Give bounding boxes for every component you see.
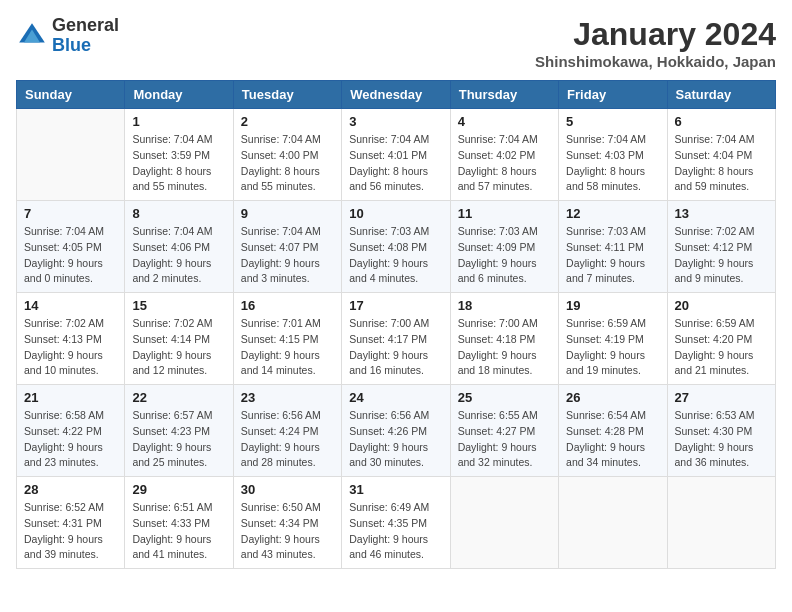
- day-number: 20: [675, 298, 768, 313]
- day-info: Sunrise: 7:04 AMSunset: 4:06 PMDaylight:…: [132, 224, 225, 287]
- day-info: Sunrise: 6:49 AMSunset: 4:35 PMDaylight:…: [349, 500, 442, 563]
- day-number: 31: [349, 482, 442, 497]
- weekday-header: Thursday: [450, 81, 558, 109]
- weekday-header: Saturday: [667, 81, 775, 109]
- day-info: Sunrise: 7:01 AMSunset: 4:15 PMDaylight:…: [241, 316, 334, 379]
- day-number: 21: [24, 390, 117, 405]
- calendar-cell: 24Sunrise: 6:56 AMSunset: 4:26 PMDayligh…: [342, 385, 450, 477]
- day-number: 16: [241, 298, 334, 313]
- day-number: 23: [241, 390, 334, 405]
- day-number: 22: [132, 390, 225, 405]
- calendar-cell: 28Sunrise: 6:52 AMSunset: 4:31 PMDayligh…: [17, 477, 125, 569]
- day-number: 25: [458, 390, 551, 405]
- day-info: Sunrise: 6:56 AMSunset: 4:26 PMDaylight:…: [349, 408, 442, 471]
- calendar-week-row: 1Sunrise: 7:04 AMSunset: 3:59 PMDaylight…: [17, 109, 776, 201]
- weekday-header: Monday: [125, 81, 233, 109]
- logo-text: General Blue: [52, 16, 119, 56]
- weekday-header: Sunday: [17, 81, 125, 109]
- calendar-cell: 12Sunrise: 7:03 AMSunset: 4:11 PMDayligh…: [559, 201, 667, 293]
- calendar-cell: 9Sunrise: 7:04 AMSunset: 4:07 PMDaylight…: [233, 201, 341, 293]
- day-info: Sunrise: 7:03 AMSunset: 4:08 PMDaylight:…: [349, 224, 442, 287]
- calendar-cell: 2Sunrise: 7:04 AMSunset: 4:00 PMDaylight…: [233, 109, 341, 201]
- calendar-cell: 13Sunrise: 7:02 AMSunset: 4:12 PMDayligh…: [667, 201, 775, 293]
- calendar-cell: 22Sunrise: 6:57 AMSunset: 4:23 PMDayligh…: [125, 385, 233, 477]
- calendar-cell: 11Sunrise: 7:03 AMSunset: 4:09 PMDayligh…: [450, 201, 558, 293]
- calendar-header-row: SundayMondayTuesdayWednesdayThursdayFrid…: [17, 81, 776, 109]
- day-number: 2: [241, 114, 334, 129]
- calendar-table: SundayMondayTuesdayWednesdayThursdayFrid…: [16, 80, 776, 569]
- day-number: 3: [349, 114, 442, 129]
- day-number: 14: [24, 298, 117, 313]
- day-info: Sunrise: 6:58 AMSunset: 4:22 PMDaylight:…: [24, 408, 117, 471]
- calendar-cell: 31Sunrise: 6:49 AMSunset: 4:35 PMDayligh…: [342, 477, 450, 569]
- day-number: 26: [566, 390, 659, 405]
- day-info: Sunrise: 7:04 AMSunset: 4:02 PMDaylight:…: [458, 132, 551, 195]
- day-number: 1: [132, 114, 225, 129]
- day-info: Sunrise: 6:59 AMSunset: 4:19 PMDaylight:…: [566, 316, 659, 379]
- day-info: Sunrise: 6:50 AMSunset: 4:34 PMDaylight:…: [241, 500, 334, 563]
- day-number: 24: [349, 390, 442, 405]
- calendar-cell: [667, 477, 775, 569]
- calendar-cell: [559, 477, 667, 569]
- calendar-cell: 1Sunrise: 7:04 AMSunset: 3:59 PMDaylight…: [125, 109, 233, 201]
- day-info: Sunrise: 7:00 AMSunset: 4:18 PMDaylight:…: [458, 316, 551, 379]
- day-number: 17: [349, 298, 442, 313]
- day-number: 19: [566, 298, 659, 313]
- calendar-cell: 18Sunrise: 7:00 AMSunset: 4:18 PMDayligh…: [450, 293, 558, 385]
- calendar-cell: 23Sunrise: 6:56 AMSunset: 4:24 PMDayligh…: [233, 385, 341, 477]
- calendar-cell: 19Sunrise: 6:59 AMSunset: 4:19 PMDayligh…: [559, 293, 667, 385]
- calendar-cell: 6Sunrise: 7:04 AMSunset: 4:04 PMDaylight…: [667, 109, 775, 201]
- calendar-cell: [450, 477, 558, 569]
- logo-icon: [16, 20, 48, 52]
- day-info: Sunrise: 6:54 AMSunset: 4:28 PMDaylight:…: [566, 408, 659, 471]
- calendar-cell: 17Sunrise: 7:00 AMSunset: 4:17 PMDayligh…: [342, 293, 450, 385]
- calendar-cell: 21Sunrise: 6:58 AMSunset: 4:22 PMDayligh…: [17, 385, 125, 477]
- calendar-cell: 26Sunrise: 6:54 AMSunset: 4:28 PMDayligh…: [559, 385, 667, 477]
- day-info: Sunrise: 7:03 AMSunset: 4:11 PMDaylight:…: [566, 224, 659, 287]
- calendar-cell: 4Sunrise: 7:04 AMSunset: 4:02 PMDaylight…: [450, 109, 558, 201]
- day-number: 8: [132, 206, 225, 221]
- calendar-cell: 15Sunrise: 7:02 AMSunset: 4:14 PMDayligh…: [125, 293, 233, 385]
- day-info: Sunrise: 7:00 AMSunset: 4:17 PMDaylight:…: [349, 316, 442, 379]
- day-info: Sunrise: 7:02 AMSunset: 4:14 PMDaylight:…: [132, 316, 225, 379]
- day-number: 5: [566, 114, 659, 129]
- calendar-week-row: 7Sunrise: 7:04 AMSunset: 4:05 PMDaylight…: [17, 201, 776, 293]
- title-section: January 2024 Shinshimokawa, Hokkaido, Ja…: [535, 16, 776, 70]
- day-number: 15: [132, 298, 225, 313]
- day-info: Sunrise: 6:51 AMSunset: 4:33 PMDaylight:…: [132, 500, 225, 563]
- month-title: January 2024: [535, 16, 776, 53]
- day-number: 12: [566, 206, 659, 221]
- calendar-cell: 30Sunrise: 6:50 AMSunset: 4:34 PMDayligh…: [233, 477, 341, 569]
- weekday-header: Friday: [559, 81, 667, 109]
- day-info: Sunrise: 7:03 AMSunset: 4:09 PMDaylight:…: [458, 224, 551, 287]
- calendar-cell: 14Sunrise: 7:02 AMSunset: 4:13 PMDayligh…: [17, 293, 125, 385]
- day-info: Sunrise: 7:04 AMSunset: 4:03 PMDaylight:…: [566, 132, 659, 195]
- day-info: Sunrise: 7:02 AMSunset: 4:13 PMDaylight:…: [24, 316, 117, 379]
- day-info: Sunrise: 7:04 AMSunset: 4:00 PMDaylight:…: [241, 132, 334, 195]
- day-number: 10: [349, 206, 442, 221]
- calendar-cell: 29Sunrise: 6:51 AMSunset: 4:33 PMDayligh…: [125, 477, 233, 569]
- day-info: Sunrise: 7:04 AMSunset: 4:05 PMDaylight:…: [24, 224, 117, 287]
- day-info: Sunrise: 7:04 AMSunset: 3:59 PMDaylight:…: [132, 132, 225, 195]
- calendar-cell: 10Sunrise: 7:03 AMSunset: 4:08 PMDayligh…: [342, 201, 450, 293]
- calendar-cell: 8Sunrise: 7:04 AMSunset: 4:06 PMDaylight…: [125, 201, 233, 293]
- weekday-header: Tuesday: [233, 81, 341, 109]
- calendar-cell: 20Sunrise: 6:59 AMSunset: 4:20 PMDayligh…: [667, 293, 775, 385]
- page-header: General Blue January 2024 Shinshimokawa,…: [16, 16, 776, 70]
- day-info: Sunrise: 6:59 AMSunset: 4:20 PMDaylight:…: [675, 316, 768, 379]
- calendar-cell: 3Sunrise: 7:04 AMSunset: 4:01 PMDaylight…: [342, 109, 450, 201]
- calendar-cell: 25Sunrise: 6:55 AMSunset: 4:27 PMDayligh…: [450, 385, 558, 477]
- day-number: 7: [24, 206, 117, 221]
- day-info: Sunrise: 7:04 AMSunset: 4:04 PMDaylight:…: [675, 132, 768, 195]
- day-number: 6: [675, 114, 768, 129]
- day-number: 30: [241, 482, 334, 497]
- day-info: Sunrise: 6:57 AMSunset: 4:23 PMDaylight:…: [132, 408, 225, 471]
- day-info: Sunrise: 6:52 AMSunset: 4:31 PMDaylight:…: [24, 500, 117, 563]
- day-number: 18: [458, 298, 551, 313]
- calendar-cell: [17, 109, 125, 201]
- day-number: 4: [458, 114, 551, 129]
- calendar-cell: 5Sunrise: 7:04 AMSunset: 4:03 PMDaylight…: [559, 109, 667, 201]
- day-info: Sunrise: 6:55 AMSunset: 4:27 PMDaylight:…: [458, 408, 551, 471]
- calendar-cell: 27Sunrise: 6:53 AMSunset: 4:30 PMDayligh…: [667, 385, 775, 477]
- day-number: 11: [458, 206, 551, 221]
